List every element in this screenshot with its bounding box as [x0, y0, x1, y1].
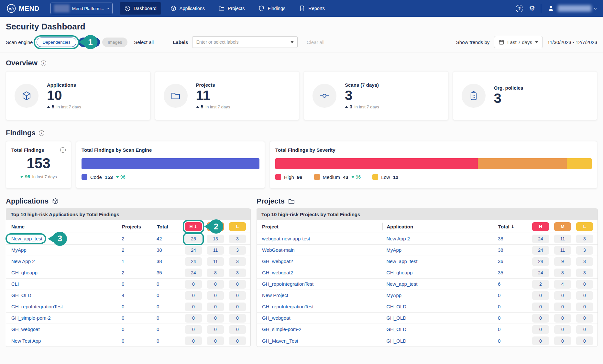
column-header-high[interactable]: H ↓: [185, 222, 202, 231]
name-link[interactable]: New_app_test: [11, 236, 42, 241]
column-header-total[interactable]: Total: [153, 223, 181, 230]
project-link[interactable]: GH_repoIntegrationTest: [262, 281, 313, 287]
total-value: 0: [157, 338, 159, 344]
card-value: 3: [494, 91, 523, 106]
h-count-pill: 24: [185, 257, 202, 266]
application-link[interactable]: New App 2: [386, 236, 410, 241]
trend-period-button[interactable]: Last 7 days: [494, 36, 543, 48]
card-label: Scans (7 days): [345, 82, 379, 88]
column-header-low[interactable]: L: [229, 222, 246, 231]
name-link[interactable]: GH_repoIntegrationTest: [11, 304, 63, 309]
info-icon[interactable]: [41, 61, 46, 66]
application-link[interactable]: New_app_test: [386, 259, 417, 264]
h-count-pill: 0: [532, 336, 549, 345]
name-link[interactable]: New App 2: [11, 259, 35, 264]
annotation-callout-2: 2: [209, 219, 223, 234]
application-link[interactable]: GH_OLD: [386, 304, 406, 309]
overview-card-scans: Scans (7 days) 3 3in last 7 days: [304, 71, 448, 120]
name-link[interactable]: GH_simple-pom-2: [11, 315, 51, 321]
labels-input[interactable]: [192, 36, 298, 48]
name-link[interactable]: GH_webgoat: [11, 326, 40, 332]
l-count-pill: 0: [576, 336, 593, 345]
column-header-total[interactable]: Total ↓: [494, 223, 528, 230]
name-link[interactable]: MyApp: [11, 247, 27, 253]
projects-value: 0: [122, 326, 124, 332]
project-link[interactable]: New Project: [262, 292, 288, 298]
project-link[interactable]: GH_webgoat2: [262, 259, 293, 264]
l-count-pill: 0: [229, 303, 246, 311]
project-link[interactable]: GH_webgoat: [262, 315, 291, 321]
column-header-low[interactable]: L: [576, 222, 593, 231]
trend-value: 96: [356, 174, 361, 180]
nav-item-label: Dashboard: [134, 6, 157, 11]
l-count-pill: 3: [229, 246, 246, 255]
l-count-pill: 3: [576, 235, 593, 243]
nav-item-projects[interactable]: Projects: [214, 2, 249, 15]
total-value: 0: [498, 338, 500, 344]
column-header-medium[interactable]: M: [554, 222, 571, 231]
application-link[interactable]: GH_gheapp: [386, 270, 412, 275]
info-icon[interactable]: [39, 130, 44, 136]
overview-card-applications: Applications 10 5in last 7 days: [6, 71, 150, 120]
application-link[interactable]: New_app_test: [386, 281, 417, 287]
total-value: 38: [157, 259, 162, 264]
m-count-pill: 0: [207, 325, 224, 334]
project-link[interactable]: GH_webgoat2: [262, 270, 293, 275]
table-row: WebGoat-mainMyApp3824113: [257, 245, 598, 256]
card-label: Total Findings: [11, 147, 44, 153]
name-link[interactable]: New Test App: [11, 338, 41, 344]
engine-pill-images[interactable]: Images: [102, 38, 127, 47]
application-link[interactable]: GH_OLD: [386, 338, 406, 344]
total-value: 42: [157, 236, 162, 241]
l-count-pill: 3: [576, 246, 593, 255]
projects-title: Projects: [257, 197, 285, 205]
dropdown-caret-icon[interactable]: [291, 41, 294, 43]
overview-title: Overview: [6, 59, 38, 67]
column-header-application[interactable]: Application: [382, 223, 494, 230]
column-header-high[interactable]: H: [532, 222, 549, 231]
user-menu[interactable]: [547, 5, 597, 12]
project-link[interactable]: GH_Maven_Test: [262, 338, 298, 344]
nav-item-findings[interactable]: Findings: [254, 2, 290, 15]
help-icon[interactable]: ?: [516, 5, 523, 12]
column-header-projects[interactable]: Projects: [118, 223, 153, 230]
application-link[interactable]: GH_OLD: [386, 315, 406, 321]
l-count-pill: 3: [229, 257, 246, 266]
engine-pill-dependencies[interactable]: Dependencies: [37, 38, 76, 47]
h-count-pill: 0: [185, 336, 202, 345]
column-header-project[interactable]: Project: [262, 224, 382, 229]
projects-table-header: Project Application Total ↓ H M L: [257, 220, 598, 233]
total-value: 38: [498, 247, 503, 253]
name-link[interactable]: CLI: [11, 281, 19, 287]
gear-icon[interactable]: ⚙: [529, 5, 535, 12]
application-link[interactable]: MyApp: [386, 292, 401, 298]
column-header-name[interactable]: Name: [11, 224, 118, 229]
m-count-pill: 9: [554, 257, 571, 266]
clear-all-link[interactable]: Clear all: [307, 39, 324, 45]
application-link[interactable]: GH_OLD: [386, 326, 406, 332]
projects-panel: Top 10 high-risk Projects by Total Findi…: [257, 208, 598, 347]
project-link[interactable]: WebGoat-main: [262, 247, 295, 253]
legend-swatch: [314, 174, 320, 180]
project-link[interactable]: webgoat-new-app-test: [262, 236, 310, 241]
sort-desc-icon: ↓: [511, 224, 515, 229]
m-count-pill: 0: [207, 314, 224, 323]
table-row: New Test App00000: [6, 335, 250, 347]
nav-item-reports[interactable]: Reports: [294, 2, 329, 15]
name-link[interactable]: GH_OLD: [11, 292, 31, 298]
name-link[interactable]: GH_gheapp: [11, 270, 38, 275]
nav-item-applications[interactable]: Applications: [166, 2, 209, 15]
platform-selector[interactable]: Mend Platform...: [50, 3, 113, 14]
table-row: GH_webgoat2New_app_test362493: [257, 256, 598, 267]
legend-item-high: High 98: [275, 174, 302, 180]
legend-item-code: Code 153 96: [82, 174, 125, 180]
application-link[interactable]: MyApp: [386, 247, 401, 253]
info-icon[interactable]: [60, 147, 66, 153]
project-link[interactable]: GH_repoIntegrationTest: [262, 304, 313, 309]
trend-suffix: in last 7 days: [32, 174, 57, 179]
nav-item-dashboard[interactable]: Dashboard: [120, 2, 161, 15]
project-link[interactable]: GH_simple-pom-2: [262, 326, 302, 332]
callout-number: 3: [58, 234, 62, 244]
mend-logo[interactable]: MEND: [6, 4, 39, 13]
select-all-link[interactable]: Select all: [134, 39, 154, 45]
